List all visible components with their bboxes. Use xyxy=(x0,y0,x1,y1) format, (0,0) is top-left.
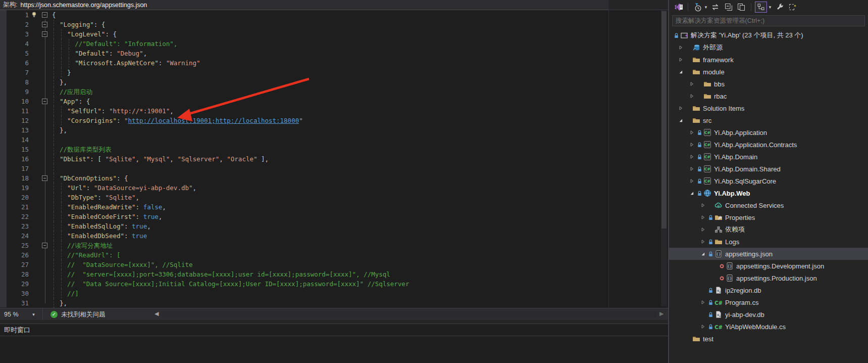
code-text[interactable]: }, xyxy=(52,77,668,87)
tree-item-yiabpwebmodule.cs[interactable]: C#YiAbpWebModule.cs xyxy=(669,321,868,333)
tree-item-solution-items[interactable]: Solution Items xyxy=(669,102,868,114)
scroll-right-arrow-icon[interactable]: ▶ xyxy=(659,310,663,317)
zoom-level-combobox[interactable]: 95 % ▼ xyxy=(0,308,43,321)
code-text[interactable]: }, xyxy=(52,298,668,308)
code-text[interactable]: "EnabledSqlLog": true, xyxy=(52,221,668,231)
tree-item-rbac[interactable]: rbac xyxy=(669,90,868,102)
code-line[interactable]: 31 }, xyxy=(0,298,668,308)
code-text[interactable]: //应用启动 xyxy=(52,87,668,97)
collapsed-arrow-icon[interactable] xyxy=(699,215,707,220)
collapsed-arrow-icon[interactable] xyxy=(677,57,685,62)
code-text[interactable]: } xyxy=(52,68,668,77)
collapse-all-icon[interactable] xyxy=(723,2,734,12)
collapsed-arrow-icon[interactable] xyxy=(699,324,707,329)
code-text[interactable]: //] xyxy=(52,289,668,298)
code-line[interactable]: 27 // "DataSource=[xxxx]", //Sqlite xyxy=(0,260,668,269)
code-line[interactable]: 8 }, xyxy=(0,77,668,87)
fold-collapse-icon[interactable]: − xyxy=(42,31,47,37)
code-line[interactable]: 28 // "server=[xxxx];port=3306;database=… xyxy=(0,269,668,279)
code-line[interactable]: 21 "EnabledReadWrite": false, xyxy=(0,202,668,212)
collapsed-arrow-icon[interactable] xyxy=(688,81,696,86)
code-line[interactable]: 9 //应用启动 xyxy=(0,87,668,97)
tree-item-module[interactable]: module xyxy=(669,66,868,78)
code-text[interactable] xyxy=(52,135,668,145)
code-text[interactable]: "EnabledCodeFirst": true, xyxy=(52,212,668,221)
code-text[interactable]: "DbList": [ "Sqlite", "Mysql", "Sqlserve… xyxy=(52,154,668,164)
expanded-arrow-icon[interactable] xyxy=(677,118,685,123)
tree-item-yi.abp.sqlsugarcore[interactable]: C#Yi.Abp.SqlSugarCore xyxy=(669,175,868,187)
tree-item-src[interactable]: src xyxy=(669,114,868,126)
code-text[interactable]: //读写分离地址 xyxy=(52,241,668,250)
collapsed-arrow-icon[interactable] xyxy=(688,154,696,159)
code-line[interactable]: 23 "EnabledSqlLog": true, xyxy=(0,221,668,231)
switch-views-icon[interactable] xyxy=(673,2,684,12)
code-text[interactable]: // "server=[xxxx];port=3306;database=[xx… xyxy=(52,269,668,279)
expanded-arrow-icon[interactable] xyxy=(688,191,696,196)
code-line[interactable]: 10− "App": { xyxy=(0,97,668,106)
collapsed-arrow-icon[interactable] xyxy=(688,94,696,99)
code-text[interactable]: //数据库类型列表 xyxy=(52,145,668,154)
vertical-scrollbar[interactable] xyxy=(661,10,667,306)
tree-item-appsettings.development.json[interactable]: {}appsettings.Development.json xyxy=(669,260,868,272)
collapsed-arrow-icon[interactable] xyxy=(699,300,707,305)
code-line[interactable]: 30 //] xyxy=(0,289,668,298)
collapsed-arrow-icon[interactable] xyxy=(699,227,707,232)
expanded-arrow-icon[interactable] xyxy=(677,69,685,74)
code-text[interactable]: "DbConnOptions": { xyxy=(52,173,668,183)
collapsed-arrow-icon[interactable] xyxy=(688,166,696,171)
scroll-left-arrow-icon[interactable]: ◀ xyxy=(155,310,159,317)
code-line[interactable]: 13 }, xyxy=(0,125,668,135)
code-text[interactable]: //"ReadUrl": [ xyxy=(52,250,668,260)
tree-item-program.cs[interactable]: C#Program.cs xyxy=(669,296,868,308)
search-input[interactable] xyxy=(672,15,865,26)
tree-item-yi.abp.web[interactable]: Yi.Abp.Web xyxy=(669,187,868,199)
code-line[interactable]: 12 "CorsOrigins": "http://localhost:1900… xyxy=(0,116,668,125)
code-text[interactable]: "EnabledDbSeed": true xyxy=(52,231,668,241)
tree-item--[interactable]: 依赖项 xyxy=(669,223,868,236)
collapsed-arrow-icon[interactable] xyxy=(688,178,696,184)
code-line[interactable]: 26 //"ReadUrl": [ xyxy=(0,250,668,260)
code-line[interactable]: 11 "SelfUrl": "http://*:19001", xyxy=(0,106,668,116)
code-line[interactable]: 22 "EnabledCodeFirst": true, xyxy=(0,212,668,221)
tree-item-yi-abp-dev.db[interactable]: yi-abp-dev.db xyxy=(669,308,868,321)
code-text[interactable]: }, xyxy=(52,125,668,135)
code-line[interactable]: 7 } xyxy=(0,68,668,77)
document-health-indicator[interactable]: ✓ 未找到相关问题 xyxy=(50,308,106,321)
code-text[interactable]: "LogLevel": { xyxy=(52,29,668,39)
fold-collapse-icon[interactable]: − xyxy=(42,22,47,27)
tree-item-appsettings.json[interactable]: {}appsettings.json xyxy=(669,248,868,260)
code-text[interactable]: "EnabledReadWrite": false, xyxy=(52,202,668,212)
sync-with-active-document-icon[interactable] xyxy=(710,2,721,12)
collapsed-arrow-icon[interactable] xyxy=(688,130,696,135)
code-text[interactable]: // "Data Source=[xxxx];Initial Catalog=[… xyxy=(52,279,668,289)
panel-separator[interactable] xyxy=(0,320,668,324)
vertical-scrollbar-thumb[interactable] xyxy=(661,11,667,229)
chevron-down-icon[interactable]: ▼ xyxy=(704,5,708,10)
tree-item-yi.abp.domain[interactable]: C#Yi.Abp.Domain xyxy=(669,151,868,163)
code-text[interactable]: { xyxy=(52,10,668,20)
url-link[interactable]: http://localhost:19001;http://localhost:… xyxy=(128,117,299,124)
code-line[interactable]: 14 xyxy=(0,135,668,145)
code-text[interactable]: "App": { xyxy=(52,97,668,106)
lightbulb-icon[interactable] xyxy=(31,11,37,18)
code-text[interactable]: "DbType": "Sqlite", xyxy=(52,193,668,202)
fold-collapse-icon[interactable]: − xyxy=(42,175,47,181)
schema-url-combobox[interactable]: https://json.schemastore.org/appsettings… xyxy=(20,2,147,9)
collapsed-arrow-icon[interactable] xyxy=(688,142,696,147)
code-line[interactable]: 18− "DbConnOptions": { xyxy=(0,173,668,183)
code-text[interactable]: // "DataSource=[xxxx]", //Sqlite xyxy=(52,260,668,269)
tree-item--[interactable]: 外部源 xyxy=(669,41,868,54)
file-nesting-icon[interactable] xyxy=(755,2,767,13)
tree-item-appsettings.production.json[interactable]: {}appsettings.Production.json xyxy=(669,272,868,284)
collapsed-arrow-icon[interactable] xyxy=(677,45,685,50)
code-line[interactable]: 25− //读写分离地址 xyxy=(0,241,668,250)
code-text[interactable]: "CorsOrigins": "http://localhost:19001;h… xyxy=(52,116,668,125)
code-line[interactable]: 1−{ xyxy=(0,10,668,20)
code-line[interactable]: 19 "Url": "DataSource=yi-abp-dev.db", xyxy=(0,183,668,193)
expanded-arrow-icon[interactable] xyxy=(699,251,707,256)
preview-selected-items-icon[interactable] xyxy=(787,2,798,12)
code-text[interactable]: "Microsoft.AspNetCore": "Warning" xyxy=(52,58,668,68)
preserve-expansion-icon[interactable] xyxy=(736,2,747,12)
indicator-margin[interactable] xyxy=(0,10,7,307)
tree-item-framework[interactable]: framework xyxy=(669,54,868,66)
